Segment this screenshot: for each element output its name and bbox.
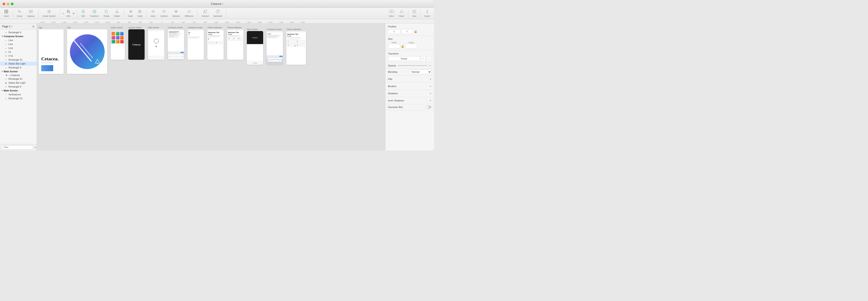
app-icon-8 <box>116 40 119 43</box>
width-input[interactable] <box>388 44 400 49</box>
toolbar-insert-group[interactable]: Insert <box>2 9 11 17</box>
flip-v-btn[interactable]: ↕ <box>427 56 431 61</box>
toolbar-group-btn[interactable]: Group <box>15 9 24 17</box>
filter-icon-1[interactable]: ⊙ <box>34 146 36 149</box>
artboard-quick-launch[interactable]: Quick Launch <box>111 27 125 60</box>
artboard-compose-screen-1[interactable]: Compose Screen ▶ <box>168 27 184 60</box>
zoom-plus-btn[interactable]: + <box>72 11 75 16</box>
opacity-label: Opacity <box>388 64 396 67</box>
artboard-label: Theme Selection <box>227 27 243 29</box>
artboard-main-screen-2[interactable]: Main Screen Cetacea Cetacea <box>247 28 263 65</box>
artboard-compose-screen-2[interactable]: Compose Screen h1 h2 h3 <box>188 27 204 60</box>
artboard-label: Theme Selection <box>286 28 306 30</box>
inner-shadows-add-btn[interactable]: + <box>430 99 431 102</box>
toolbar-rotate-btn[interactable]: Rotate <box>102 9 111 17</box>
layer-item-rect51-1[interactable]: ▭ Rectangle 51 <box>0 58 37 62</box>
create-symbol-icon <box>47 9 51 14</box>
zoom-level[interactable]: 30% <box>66 15 70 17</box>
filter-input[interactable] <box>2 145 33 150</box>
toolbar-union-btn[interactable]: Union <box>149 9 157 17</box>
toolbar-ungroup-btn[interactable]: Ungroup <box>25 9 36 17</box>
toolbar-mirror-btn[interactable]: Mirror <box>387 9 396 17</box>
minimize-button[interactable] <box>7 3 9 5</box>
maximize-button[interactable] <box>11 3 13 5</box>
panel-inner-shadows-header[interactable]: Inner Shadows + <box>385 97 434 104</box>
opacity-slider[interactable] <box>398 65 431 66</box>
toolbar-export-btn[interactable]: Export <box>423 9 432 17</box>
close-button[interactable] <box>3 3 5 5</box>
layer-item-rect51-2[interactable]: ▭ Rectangle 51 <box>0 77 37 81</box>
artboard-theme-selection-3[interactable]: Theme Selection Markdown Title h1 Title <box>286 28 306 65</box>
layer-item-line1[interactable]: — Line <box>0 38 37 42</box>
layer-item-label: Rectangle 9 <box>8 66 21 69</box>
toolbar-edit-btn[interactable]: Edit <box>80 9 87 17</box>
layer-section-compose[interactable]: ▾ Compose Screen <box>0 34 37 38</box>
artboard-logo[interactable]: logo Cetacea. from: Andrew Brown <box>39 27 64 74</box>
vertical-line-icon: / <box>4 93 7 96</box>
toolbar-flatten-btn[interactable]: Flatten <box>113 9 122 17</box>
layer-item-line2[interactable]: — Line <box>0 42 37 46</box>
shadows-add-btn[interactable]: + <box>430 92 431 95</box>
page-expand-btn[interactable]: ⊞ <box>32 25 34 28</box>
size-lock-icon[interactable]: 🔒 <box>401 45 404 48</box>
layer-item-verticalline[interactable]: / VerticalLine <box>0 92 37 96</box>
x-input[interactable] <box>388 29 400 34</box>
layer-item-label: Rectangle 51 <box>8 78 23 80</box>
height-input[interactable] <box>405 44 417 49</box>
artboard-label: Quick Launch <box>111 27 125 29</box>
fills-add-btn[interactable]: + <box>430 77 431 81</box>
layer-item-rect51-3[interactable]: ▭ Rectangle 51 <box>0 96 37 100</box>
toolbar-sep-9 <box>408 9 408 18</box>
borders-add-btn[interactable]: + <box>430 85 431 88</box>
toolbar-view-btn[interactable]: View <box>410 9 418 17</box>
toolbar-backward-btn[interactable]: Backward <box>212 9 224 17</box>
toolbar-share-btn[interactable]: Share <box>397 9 406 17</box>
layer-item-cetacea[interactable]: ▶ — Cetacea <box>0 73 37 77</box>
toolbar-forward-btn[interactable]: Forward <box>200 9 210 17</box>
ruler-mark: 1,800 <box>254 21 265 23</box>
toolbar-zoom[interactable]: − 30% + <box>62 9 75 17</box>
artboard-icon[interactable]: Icon <box>67 27 107 74</box>
title-chevron-icon[interactable]: ▾ <box>222 3 223 5</box>
layer-item-h1-hash[interactable]: Aa # h1 <box>0 54 37 58</box>
layer-item-status-bar-light-2[interactable]: ■ Status Bar Light <box>0 81 37 85</box>
y-input[interactable] <box>401 29 413 34</box>
artboard-theme-selection-1[interactable]: Theme Selection Markdown Title h1 Title … <box>207 27 224 60</box>
layer-section-main1[interactable]: ▾ Main Screen <box>0 69 37 73</box>
ruler-mark: 1,200 <box>221 21 232 23</box>
layer-item-status-bar-light-1[interactable]: ■ Status Bar Light <box>0 62 37 66</box>
rotate-btn[interactable]: Rotate <box>388 56 420 61</box>
layer-item-line3[interactable]: — Line <box>0 46 37 50</box>
layer-item-rect9-1[interactable]: ▭ Rectangle 9 <box>0 66 37 69</box>
panel-borders-header[interactable]: Borders + <box>385 83 434 90</box>
artboard-main-screen-1[interactable]: Main Screen + <box>148 27 164 60</box>
page-label[interactable]: Page 1 <box>2 25 10 28</box>
toolbar-create-symbol-btn[interactable]: Create Symbol <box>41 9 57 17</box>
lock-icon[interactable]: 🔒 <box>414 30 417 33</box>
toolbar-subtract-btn[interactable]: Subtract <box>159 9 169 17</box>
toolbar-intersect-btn[interactable]: Intersect <box>170 9 182 17</box>
traffic-lights[interactable] <box>3 3 13 5</box>
toolbar-transform-btn[interactable]: Transform <box>88 9 100 17</box>
gaussian-blur-toggle[interactable] <box>426 106 431 109</box>
canvas-area[interactable]: logo Cetacea. from: Andrew Brown Icon <box>37 24 385 150</box>
send-btn-2[interactable]: ▶ <box>279 56 282 57</box>
flip-h-btn[interactable]: ↔ <box>421 56 426 61</box>
toolbar-difference-btn[interactable]: Difference <box>183 9 195 17</box>
share-label: Share <box>399 15 404 17</box>
zoom-minus-btn[interactable]: − <box>62 11 65 16</box>
blending-select[interactable]: Normal <box>410 70 431 74</box>
artboard-compose-screen-3[interactable]: Compose Screen h1 Title <box>267 28 283 65</box>
panel-fills-header[interactable]: Fills + <box>385 76 434 83</box>
page-chevron-icon[interactable]: ▾ <box>11 25 12 28</box>
toolbar-mask-btn[interactable]: Mask <box>126 9 134 17</box>
artboard-launch-screen[interactable]: Launch Screen Cetacea <box>128 27 145 60</box>
layer-section-main2[interactable]: ▾ Main Screen <box>0 89 37 92</box>
layer-item-rect9-2[interactable]: ▭ Rectangle 9 <box>0 85 37 89</box>
artboard-theme-selection-2[interactable]: Theme Selection Markdown Title h1 Title <box>227 27 243 60</box>
panel-shadows-header[interactable]: Shadows + <box>385 90 434 97</box>
toolbar-scale-btn[interactable]: Scale <box>136 9 144 17</box>
send-btn[interactable]: ▶ <box>181 52 184 53</box>
layer-item-h1-text[interactable]: Aa h1 <box>0 50 37 54</box>
layer-item-rect9-top[interactable]: ▭ Rectangle 9 <box>0 30 37 34</box>
